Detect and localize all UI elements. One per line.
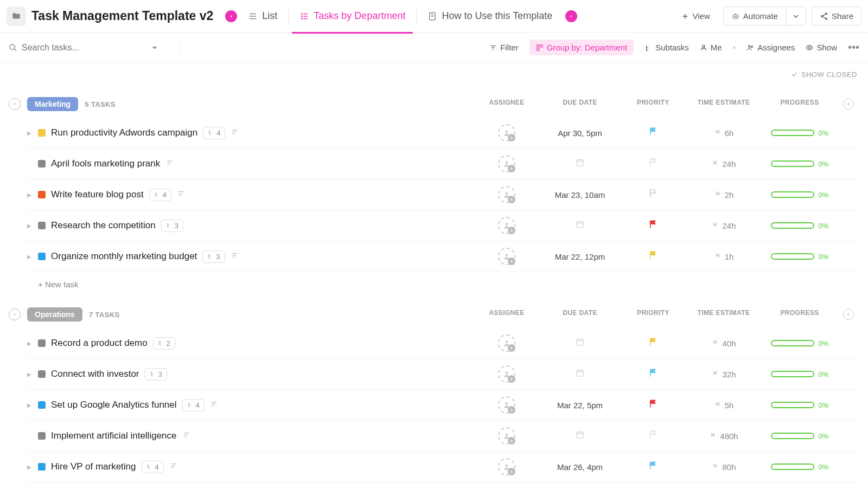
nav-prev-button[interactable] bbox=[225, 10, 237, 22]
progress-bar[interactable] bbox=[771, 160, 814, 167]
col-progress[interactable]: PROGRESS bbox=[762, 309, 838, 320]
task-row[interactable]: ▶Research the competition324h0% bbox=[27, 210, 859, 241]
description-icon[interactable] bbox=[231, 128, 239, 138]
show-button[interactable]: Show bbox=[806, 43, 837, 52]
time-estimate[interactable]: 480h bbox=[720, 432, 738, 441]
description-icon[interactable] bbox=[177, 190, 186, 200]
task-row[interactable]: ▶Write feature blog post4Mar 23, 10am2h0… bbox=[27, 179, 859, 210]
task-row[interactable]: April fools marketing prank24h0% bbox=[27, 149, 859, 179]
due-date[interactable]: Apr 30, 5pm bbox=[558, 128, 602, 138]
time-estimate[interactable]: 80h bbox=[722, 462, 736, 472]
expand-arrow-icon[interactable]: ▶ bbox=[27, 371, 33, 377]
description-icon[interactable] bbox=[165, 159, 174, 169]
description-icon[interactable] bbox=[210, 400, 219, 410]
assignee-placeholder[interactable] bbox=[498, 334, 515, 352]
subtask-count[interactable]: 3 bbox=[161, 220, 183, 232]
me-button[interactable]: Me bbox=[700, 43, 722, 52]
task-row[interactable]: ▶Connect with investor332h0% bbox=[27, 359, 859, 390]
progress-bar[interactable] bbox=[771, 191, 814, 198]
task-row[interactable]: ▶Run productivity Adwords campaign4Apr 3… bbox=[27, 118, 859, 149]
task-name[interactable]: Hire VP of marketing bbox=[51, 461, 136, 472]
filter-button[interactable]: Filter bbox=[489, 43, 518, 52]
priority-flag-icon[interactable] bbox=[648, 158, 658, 170]
expand-arrow-icon[interactable]: ▶ bbox=[27, 254, 33, 260]
col-assignee[interactable]: ASSIGNEE bbox=[474, 99, 539, 110]
col-priority[interactable]: PRIORITY bbox=[621, 99, 686, 110]
new-task-button[interactable]: + New task bbox=[9, 272, 859, 297]
automate-dropdown[interactable] bbox=[786, 7, 806, 25]
time-estimate[interactable]: 6h bbox=[725, 128, 734, 138]
group-badge[interactable]: Marketing bbox=[27, 97, 78, 111]
page-title[interactable]: Task Management Template v2 bbox=[31, 9, 213, 23]
expand-arrow-icon[interactable]: ▶ bbox=[27, 464, 33, 470]
task-row[interactable]: ▶Set up Google Analytics funnel4Mar 22, … bbox=[27, 390, 859, 421]
search-input[interactable] bbox=[22, 43, 130, 53]
assignee-placeholder[interactable] bbox=[498, 396, 515, 414]
task-name[interactable]: Write feature blog post bbox=[51, 189, 144, 200]
task-name[interactable]: April fools marketing prank bbox=[51, 158, 160, 169]
progress-bar[interactable] bbox=[771, 464, 814, 470]
priority-flag-icon[interactable] bbox=[648, 337, 658, 349]
calendar-icon[interactable] bbox=[575, 368, 585, 380]
description-icon[interactable] bbox=[182, 431, 191, 441]
subtask-count[interactable]: 4 bbox=[142, 461, 164, 473]
progress-bar[interactable] bbox=[771, 130, 814, 136]
add-column-button[interactable] bbox=[843, 99, 854, 110]
time-estimate[interactable]: 5h bbox=[725, 401, 734, 410]
progress-bar[interactable] bbox=[771, 340, 814, 346]
priority-flag-icon[interactable] bbox=[648, 189, 658, 201]
task-name[interactable]: Connect with investor bbox=[51, 369, 139, 379]
description-icon[interactable] bbox=[231, 252, 239, 261]
assignee-placeholder[interactable] bbox=[498, 217, 515, 234]
expand-arrow-icon[interactable]: ▶ bbox=[27, 130, 33, 136]
due-date[interactable]: Mar 26, 4pm bbox=[557, 462, 603, 472]
assignee-placeholder[interactable] bbox=[498, 186, 515, 203]
col-progress[interactable]: PROGRESS bbox=[762, 99, 838, 110]
assignee-placeholder[interactable] bbox=[498, 458, 515, 475]
tab-how-to-use[interactable]: How to Use this Template bbox=[420, 6, 560, 26]
progress-bar[interactable] bbox=[771, 433, 814, 439]
automate-button[interactable]: Automate bbox=[723, 7, 786, 25]
col-due-date[interactable]: DUE DATE bbox=[539, 99, 621, 110]
status-box[interactable] bbox=[38, 191, 46, 198]
time-estimate[interactable]: 32h bbox=[722, 370, 736, 379]
col-assignee[interactable]: ASSIGNEE bbox=[474, 309, 539, 320]
col-due-date[interactable]: DUE DATE bbox=[539, 309, 621, 320]
progress-bar[interactable] bbox=[771, 402, 814, 408]
time-estimate[interactable]: 40h bbox=[722, 339, 736, 348]
time-estimate[interactable]: 24h bbox=[722, 159, 736, 169]
status-box[interactable] bbox=[38, 129, 46, 137]
priority-flag-icon[interactable] bbox=[648, 220, 658, 231]
progress-bar[interactable] bbox=[771, 222, 814, 229]
tab-list[interactable]: List bbox=[240, 6, 285, 26]
task-name[interactable]: Record a product demo bbox=[51, 338, 148, 349]
folder-icon[interactable] bbox=[7, 7, 26, 26]
subtask-count[interactable]: 4 bbox=[203, 127, 225, 139]
progress-bar[interactable] bbox=[771, 253, 814, 260]
assignee-placeholder[interactable] bbox=[498, 248, 515, 265]
progress-bar[interactable] bbox=[771, 371, 814, 377]
status-box[interactable] bbox=[38, 463, 46, 471]
status-box[interactable] bbox=[38, 339, 46, 347]
time-estimate[interactable]: 1h bbox=[725, 252, 734, 261]
priority-flag-icon[interactable] bbox=[648, 368, 658, 380]
time-estimate[interactable]: 2h bbox=[725, 190, 734, 200]
collapse-group-button[interactable] bbox=[9, 308, 21, 320]
group-by-button[interactable]: Group by: Department bbox=[529, 40, 634, 55]
share-button[interactable]: Share bbox=[812, 7, 861, 25]
assignee-placeholder[interactable] bbox=[498, 155, 515, 172]
task-name[interactable]: Research the competition bbox=[51, 220, 156, 231]
col-time-estimate[interactable]: TIME ESTIMATE bbox=[686, 309, 762, 320]
calendar-icon[interactable] bbox=[575, 220, 585, 231]
task-row[interactable]: ▶Hire VP of marketing4Mar 26, 4pm80h0% bbox=[27, 452, 859, 482]
status-box[interactable] bbox=[38, 370, 46, 378]
status-box[interactable] bbox=[38, 432, 46, 440]
col-time-estimate[interactable]: TIME ESTIMATE bbox=[686, 99, 762, 110]
priority-flag-icon[interactable] bbox=[648, 127, 658, 139]
calendar-icon[interactable] bbox=[575, 337, 585, 349]
task-row[interactable]: Implement artificial intelligence480h0% bbox=[27, 421, 859, 452]
due-date[interactable]: Mar 22, 5pm bbox=[557, 401, 603, 410]
col-priority[interactable]: PRIORITY bbox=[621, 309, 686, 320]
subtasks-button[interactable]: Subtasks bbox=[644, 43, 689, 52]
assignee-placeholder[interactable] bbox=[498, 365, 515, 383]
